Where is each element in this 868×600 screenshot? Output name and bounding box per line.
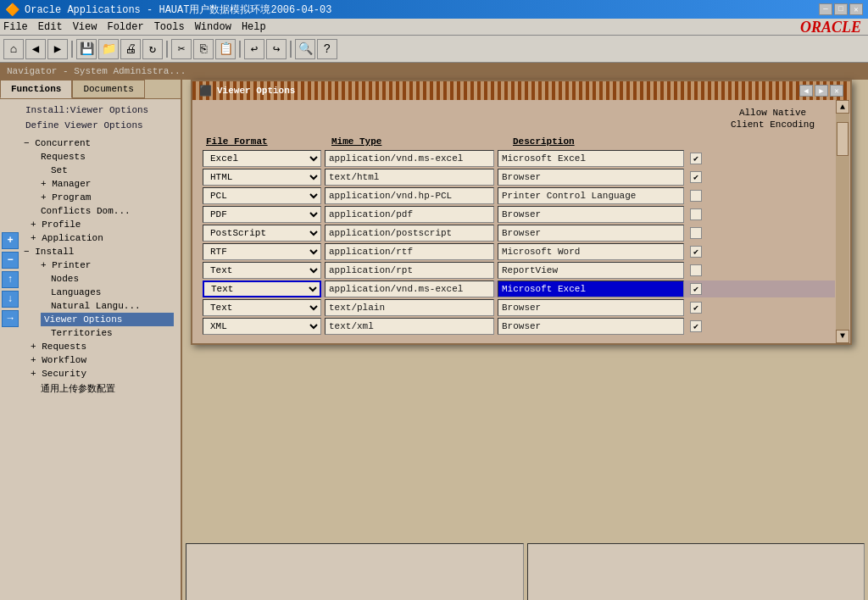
dialog-close-button[interactable]: ✕ [830,85,843,97]
toolbar-back[interactable]: ◀ [25,39,46,59]
checkbox-4[interactable] [687,225,704,242]
nav-requests2[interactable]: + Requests [20,340,174,353]
nav-concurrent[interactable]: − Concurrent [20,136,174,150]
checkbox-0[interactable]: ✔ [687,150,704,167]
toolbar-find[interactable]: 🔍 [295,39,315,59]
checkbox-5[interactable]: ✔ [687,243,704,260]
nav-printer[interactable]: + Printer [31,258,174,272]
dialog-max-button[interactable]: ▶ [815,85,828,97]
checkbox-8[interactable]: ✔ [687,299,704,316]
scroll-thumb[interactable] [837,122,849,156]
description-field-0[interactable] [498,150,684,167]
mime-type-field-5[interactable] [325,243,494,260]
dialog-min-button[interactable]: ◀ [799,85,813,97]
description-field-6[interactable] [498,262,684,279]
nav-add-button[interactable]: + [2,232,19,249]
mime-type-field-4[interactable] [325,225,494,242]
nav-remove-button[interactable]: − [2,252,19,269]
nav-set[interactable]: Set [41,164,174,177]
menu-help[interactable]: Help [242,21,266,33]
checkbox-1[interactable]: ✔ [687,169,704,186]
toolbar-paste[interactable]: 📋 [215,39,236,59]
menu-file[interactable]: File [3,21,28,33]
menu-view[interactable]: View [73,21,97,33]
mime-type-field-2[interactable] [325,187,494,204]
nav-territories[interactable]: Territories [41,326,174,340]
file-format-select-2[interactable]: PCL [203,187,321,204]
toolbar-home[interactable]: ⌂ [3,39,24,59]
menu-edit[interactable]: Edit [38,21,63,33]
checkbox-9[interactable]: ✔ [687,318,704,335]
toolbar-cut[interactable]: ✂ [171,39,192,59]
mime-type-field-8[interactable] [325,299,494,316]
mime-type-field-7[interactable] [325,281,494,297]
minimize-button[interactable]: — [819,3,832,15]
nav-define-viewer[interactable]: Define Viewer Options [20,118,174,133]
nav-viewer-options[interactable]: Viewer Options [41,313,174,326]
toolbar-help[interactable]: ? [317,39,337,59]
mime-type-field-3[interactable] [325,206,494,223]
mime-type-field-6[interactable] [325,262,494,279]
nav-manager[interactable]: + Manager [31,177,174,191]
tab-documents[interactable]: Documents [72,80,144,98]
nav-up-button[interactable]: ↑ [2,271,19,288]
nav-natural-lang[interactable]: Natural Langu... [41,299,174,313]
scroll-down-button[interactable]: ▼ [836,330,849,343]
toolbar-undo[interactable]: ↩ [244,39,264,59]
scroll-up-button[interactable]: ▲ [836,100,849,114]
file-format-select-3[interactable]: PDF [203,206,321,223]
table-row: XML ✔ [203,318,840,335]
file-format-select-9[interactable]: XML [203,318,321,335]
mime-type-field-9[interactable] [325,318,494,335]
checkbox-2[interactable] [687,187,704,204]
file-format-select-5[interactable]: RTF [203,243,321,260]
file-format-select-4[interactable]: PostScript [203,225,321,242]
toolbar-print[interactable]: 🖨 [120,39,141,59]
nav-install-viewer[interactable]: Install:Viewer Options [20,103,174,118]
nav-application[interactable]: + Application [20,231,174,245]
toolbar-copy[interactable]: ⎘ [193,39,214,59]
toolbar-refresh[interactable]: ↻ [142,39,163,59]
description-field-7-selected[interactable] [498,281,684,297]
nav-tabs: Functions Documents [0,80,181,99]
menu-tools[interactable]: Tools [154,21,185,33]
mime-type-field-0[interactable] [325,150,494,167]
description-field-2[interactable] [498,187,684,204]
nav-indent-button[interactable]: → [2,310,19,327]
file-format-select-8[interactable]: Text [203,299,321,316]
nav-nodes[interactable]: Nodes [41,272,174,286]
checkbox-6[interactable] [687,262,704,279]
nav-install[interactable]: − Install [20,245,174,258]
nav-upload-config[interactable]: 通用上传参数配置 [31,381,174,397]
nav-down-button[interactable]: ↓ [2,291,19,308]
close-button[interactable]: ✕ [849,3,863,15]
file-format-select-6[interactable]: Text [203,262,321,279]
description-field-9[interactable] [498,318,684,335]
nav-security[interactable]: + Security [20,367,174,381]
file-format-select-1[interactable]: HTML [203,169,321,186]
checkbox-7[interactable]: ✔ [687,281,704,297]
checkbox-3[interactable] [687,206,704,223]
file-format-select-7[interactable]: Text [203,281,321,297]
nav-profile[interactable]: + Profile [20,218,174,231]
nav-program[interactable]: + Program [31,191,174,204]
maximize-button[interactable]: □ [834,3,848,15]
toolbar-save[interactable]: 💾 [76,39,97,59]
toolbar-open[interactable]: 📁 [98,39,119,59]
description-field-8[interactable] [498,299,684,316]
toolbar-forward[interactable]: ▶ [47,39,68,59]
nav-conflicts[interactable]: Conflicts Dom... [31,204,174,218]
description-field-5[interactable] [498,243,684,260]
menu-folder[interactable]: Folder [107,21,143,33]
tab-functions[interactable]: Functions [0,80,72,98]
description-field-4[interactable] [498,225,684,242]
file-format-select-0[interactable]: Excel [203,150,321,167]
description-field-3[interactable] [498,206,684,223]
nav-requests[interactable]: Requests [31,150,174,164]
mime-type-field-1[interactable] [325,169,494,186]
nav-languages[interactable]: Languages [41,286,174,299]
nav-workflow[interactable]: + Workflow [20,353,174,367]
description-field-1[interactable] [498,169,684,186]
menu-window[interactable]: Window [195,21,231,33]
toolbar-redo[interactable]: ↪ [266,39,287,59]
